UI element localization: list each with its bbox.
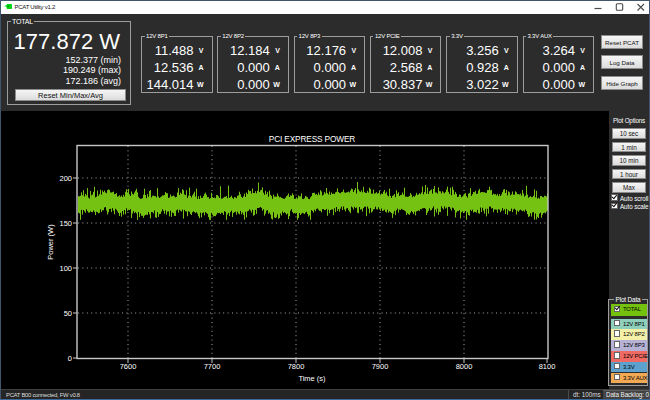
svg-text:7700: 7700	[204, 362, 221, 371]
svg-text:50: 50	[64, 309, 72, 318]
svg-text:100: 100	[59, 264, 72, 273]
svg-text:Time (s): Time (s)	[298, 374, 326, 383]
svg-text:Power (W): Power (W)	[46, 224, 55, 260]
svg-text:150: 150	[59, 219, 72, 228]
svg-text:7900: 7900	[372, 362, 389, 371]
svg-text:8000: 8000	[456, 362, 473, 371]
svg-text:PCI EXPRESS POWER: PCI EXPRESS POWER	[269, 134, 356, 144]
svg-text:7800: 7800	[288, 362, 305, 371]
svg-text:0: 0	[68, 354, 72, 363]
svg-text:8100: 8100	[539, 362, 556, 371]
svg-text:200: 200	[59, 174, 72, 183]
svg-text:7600: 7600	[120, 362, 137, 371]
